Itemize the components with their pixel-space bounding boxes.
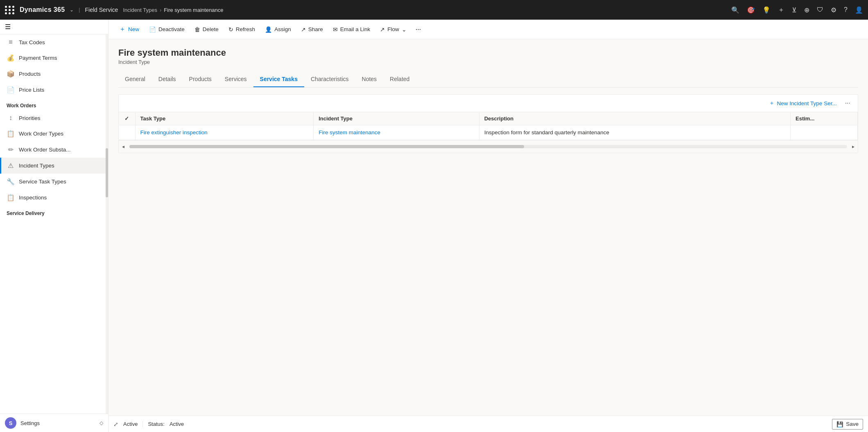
app-name[interactable]: Field Service — [85, 7, 118, 13]
email-link-button[interactable]: ✉ Email a Link — [329, 24, 375, 35]
sidebar-item-label: Work Order Substa... — [19, 147, 71, 153]
grid-body: Fire extinguisher inspection Fire system… — [119, 125, 858, 140]
delete-button[interactable]: 🗑 Delete — [190, 24, 223, 35]
refresh-icon: ↻ — [228, 26, 233, 33]
tab-service-tasks[interactable]: Service Tasks — [253, 72, 304, 87]
status-divider — [142, 421, 143, 427]
app-launcher-icon[interactable] — [5, 6, 15, 14]
sidebar-item-priorities[interactable]: ↕ Priorities — [0, 110, 108, 126]
refresh-button[interactable]: ↻ Refresh — [224, 24, 259, 35]
assign-button[interactable]: 👤 Assign — [261, 24, 295, 35]
col-task-type[interactable]: Task Type — [135, 112, 314, 125]
incident-types-icon: ⚠ — [7, 162, 15, 170]
tab-related[interactable]: Related — [383, 72, 416, 87]
scrollbar-thumb[interactable] — [129, 145, 524, 148]
sidebar-scroll-wrapper: ≡ Tax Codes 💰 Payment Terms 📦 Products 📄… — [0, 34, 108, 414]
breadcrumb-parent[interactable]: Incident Types — [123, 7, 157, 13]
user-icon[interactable]: 👤 — [855, 6, 863, 14]
sidebar-toggle-icon[interactable]: ☰ — [5, 23, 11, 31]
sidebar-item-payment-terms[interactable]: 💰 Payment Terms — [0, 50, 108, 66]
row-check[interactable] — [119, 125, 135, 140]
sidebar-header: ☰ — [0, 20, 108, 34]
tab-products[interactable]: Products — [183, 72, 218, 87]
flow-button[interactable]: ↗ Flow ⌄ — [376, 24, 411, 35]
grid-toolbar: ＋ New Incident Type Ser... ··· — [119, 95, 858, 112]
flow-label: Flow — [387, 26, 399, 32]
flow-chevron-icon: ⌄ — [402, 26, 407, 33]
sidebar-item-service-task-types[interactable]: 🔧 Service Task Types — [0, 174, 108, 190]
sidebar-item-label: Inspections — [19, 195, 47, 201]
tab-services[interactable]: Services — [218, 72, 253, 87]
shield-icon[interactable]: 🛡 — [817, 6, 823, 14]
sidebar-item-price-lists[interactable]: 📄 Price Lists — [0, 82, 108, 98]
bulb-icon[interactable]: 💡 — [762, 6, 771, 14]
deactivate-label: Deactivate — [158, 26, 185, 32]
work-order-substa-icon: ✏ — [7, 146, 15, 154]
zoom-icon[interactable]: ⊕ — [804, 6, 809, 14]
incident-type-link[interactable]: Fire system maintenance — [319, 129, 380, 136]
sidebar-settings[interactable]: S Settings ◇ — [0, 414, 108, 432]
share-label: Share — [308, 26, 323, 32]
sidebar-scrollbar-thumb[interactable] — [106, 148, 108, 197]
more-button[interactable]: ··· — [412, 23, 424, 36]
filter-icon[interactable]: ⊻ — [792, 6, 797, 14]
scrollbar-track[interactable] — [129, 145, 847, 148]
table-row[interactable]: Fire extinguisher inspection Fire system… — [119, 125, 858, 140]
tab-characteristics[interactable]: Characteristics — [304, 72, 355, 87]
check-icon: ✓ — [124, 115, 129, 122]
share-icon: ↗ — [301, 26, 306, 33]
col-check[interactable]: ✓ — [119, 112, 135, 125]
top-navigation: Dynamics 365 ⌄ | Field Service Incident … — [0, 0, 868, 20]
sidebar-item-tax-codes[interactable]: ≡ Tax Codes — [0, 34, 108, 50]
tab-details[interactable]: Details — [152, 72, 183, 87]
expand-icon[interactable]: ⤢ — [113, 421, 118, 427]
settings-label: Settings — [20, 420, 40, 426]
sidebar-item-incident-types[interactable]: ⚠ Incident Types — [0, 158, 108, 174]
sidebar-item-label: Incident Types — [19, 163, 54, 169]
tab-general[interactable]: General — [118, 72, 152, 87]
deactivate-button[interactable]: 📄 Deactivate — [145, 24, 189, 35]
target-icon[interactable]: 🎯 — [747, 6, 755, 14]
gear-icon[interactable]: ⚙ — [831, 6, 836, 14]
grid-table: ✓ Task Type Incident Type Description Es… — [119, 112, 858, 140]
service-task-types-icon: 🔧 — [7, 178, 15, 185]
sidebar-item-label: Service Task Types — [19, 179, 66, 185]
plus-icon[interactable]: ＋ — [778, 6, 784, 14]
new-button-label: New — [128, 26, 139, 32]
row-incident-type[interactable]: Fire system maintenance — [314, 125, 479, 140]
sidebar-item-inspections[interactable]: 📋 Inspections — [0, 190, 108, 206]
save-label: Save — [846, 421, 859, 427]
col-estim[interactable]: Estim... — [791, 112, 858, 125]
tax-codes-icon: ≡ — [7, 38, 15, 46]
tab-bar: General Details Products Services Servic… — [118, 72, 858, 88]
brand-chevron-icon[interactable]: ⌄ — [70, 7, 74, 13]
row-estim — [791, 125, 858, 140]
row-task-type[interactable]: Fire extinguisher inspection — [135, 125, 314, 140]
refresh-label: Refresh — [236, 26, 255, 32]
grid-new-button[interactable]: ＋ New Incident Type Ser... — [766, 98, 839, 109]
grid-container: ＋ New Incident Type Ser... ··· ✓ Task Ty… — [118, 94, 858, 153]
tab-notes[interactable]: Notes — [355, 72, 384, 87]
page-content: Fire system maintenance Incident Type Ge… — [108, 39, 868, 416]
scroll-left-icon[interactable]: ◂ — [119, 142, 128, 151]
status-value: Active — [170, 421, 184, 427]
service-delivery-section-header: Service Delivery — [0, 206, 108, 218]
status-key: Status: — [148, 421, 164, 427]
grid-more-button[interactable]: ··· — [843, 98, 853, 109]
content-area: ＋ New 📄 Deactivate 🗑 Delete ↻ Refresh 👤 … — [108, 20, 868, 432]
scroll-right-icon[interactable]: ▸ — [849, 142, 858, 151]
sidebar-item-label: Tax Codes — [19, 39, 45, 45]
col-description[interactable]: Description — [479, 112, 790, 125]
brand-name[interactable]: Dynamics 365 — [20, 6, 65, 14]
task-type-link[interactable]: Fire extinguisher inspection — [140, 129, 208, 136]
help-icon[interactable]: ? — [844, 6, 848, 14]
sidebar-item-work-order-types[interactable]: 📋 Work Order Types — [0, 126, 108, 142]
record-title: Fire system maintenance — [118, 47, 858, 58]
col-incident-type[interactable]: Incident Type — [314, 112, 479, 125]
new-button[interactable]: ＋ New — [115, 23, 143, 36]
sidebar-item-products[interactable]: 📦 Products — [0, 66, 108, 82]
search-icon[interactable]: 🔍 — [731, 6, 739, 14]
sidebar-item-work-order-substa[interactable]: ✏ Work Order Substa... — [0, 142, 108, 158]
save-button[interactable]: 💾 Save — [832, 419, 863, 430]
share-button[interactable]: ↗ Share — [297, 24, 327, 35]
